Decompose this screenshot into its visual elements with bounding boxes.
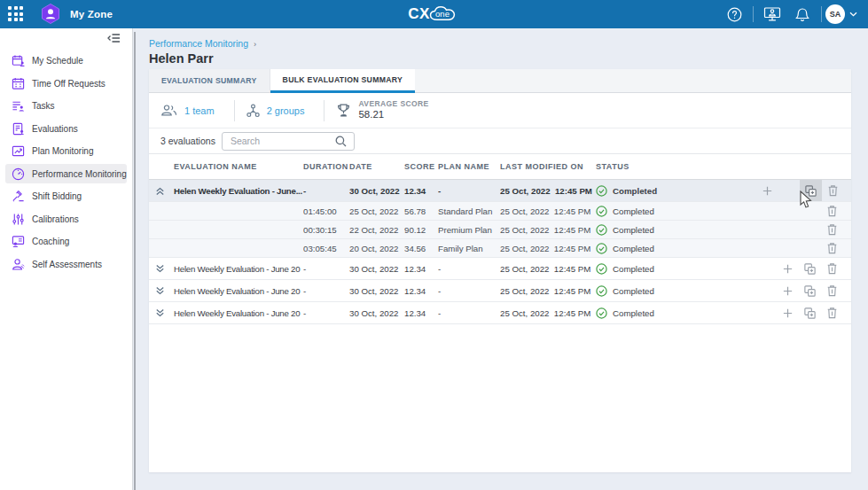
collapse-row-icon[interactable]	[149, 185, 174, 197]
score-cell: 90.12	[404, 225, 438, 235]
column-header-status[interactable]: STATUS	[596, 162, 757, 171]
tab-bulk-evaluation-summary[interactable]: BULK EVALUATION SUMMARY	[270, 69, 416, 93]
evaluation-name-cell: Helen Weekly Evaluation - June 20	[174, 286, 303, 296]
score-cell: 12.34	[404, 308, 438, 318]
last-modified-cell: 25 Oct, 2022 12:45 PM	[500, 225, 596, 235]
score-cell: 56.78	[404, 206, 438, 216]
sidebar-item-performance-monitoring[interactable]: Performance Monitoring	[5, 164, 127, 183]
evaluation-name-cell: Helen Weekly Evaluation - June...	[174, 186, 303, 196]
avatar[interactable]: SA	[825, 4, 845, 24]
plan-name-cell: Premium Plan	[438, 225, 500, 235]
evaluation-subrow[interactable]: 03:05:4520 Oct, 202234.56Family Plan25 O…	[149, 239, 851, 258]
logo-one-text: one	[435, 9, 450, 19]
add-icon[interactable]	[777, 302, 798, 323]
column-header-plan-name[interactable]: PLAN NAME	[438, 162, 500, 171]
sidebar-item-calibrations[interactable]: Calibrations	[5, 209, 127, 229]
evaluation-name-cell: Helen Weekly Evaluation - June 20	[174, 264, 303, 274]
user-menu[interactable]: SA	[825, 4, 861, 24]
topbar: My Zone CX one	[0, 0, 868, 28]
add-icon[interactable]	[777, 280, 798, 301]
table-header: EVALUATION NAMEDURATIONDATESCOREPLAN NAM…	[149, 153, 851, 180]
average-score-summary: AVERAGE SCORE 58.21	[324, 100, 448, 121]
groups-summary: 2 groups	[234, 100, 325, 121]
last-modified-cell: 25 Oct, 2022 12:45 PM	[500, 264, 596, 274]
expand-row-icon[interactable]	[149, 307, 174, 319]
search-icon[interactable]	[332, 136, 354, 147]
sidebar-item-shift-bidding[interactable]: Shift Bidding	[5, 187, 127, 206]
status-label: Completed	[613, 264, 654, 274]
last-modified-cell: 25 Oct, 2022 12:45 PM	[500, 206, 596, 216]
delete-icon[interactable]	[821, 258, 842, 279]
status-cell: Completed	[596, 263, 757, 275]
tab-evaluation-summary[interactable]: EVALUATION SUMMARY	[149, 69, 270, 92]
sidebar-item-tasks[interactable]: Tasks	[5, 97, 127, 116]
evaluations-icon	[11, 121, 25, 136]
copy-icon[interactable]	[799, 302, 820, 323]
status-cell: Completed	[596, 206, 757, 217]
evaluation-row[interactable]: Helen Weekly Evaluation - June 20-30 Oct…	[149, 258, 851, 280]
delete-icon[interactable]	[821, 221, 842, 238]
notifications-bell-icon[interactable]	[787, 7, 817, 22]
expand-row-icon[interactable]	[149, 263, 174, 275]
status-cell: Completed	[596, 285, 757, 297]
sidebar-item-label: Evaluations	[32, 124, 78, 134]
copy-icon[interactable]	[799, 280, 820, 301]
completed-check-icon	[596, 224, 607, 236]
collapse-sidebar-icon[interactable]	[107, 33, 121, 43]
completed-check-icon	[596, 263, 607, 275]
status-cell: Completed	[596, 307, 757, 319]
duration-cell: 00:30:15	[303, 225, 349, 235]
apps-grid-icon[interactable]	[8, 6, 24, 22]
help-icon[interactable]	[719, 7, 749, 22]
search-input[interactable]	[223, 136, 332, 146]
delete-icon[interactable]	[821, 239, 842, 257]
status-label: Completed	[613, 206, 654, 216]
completed-check-icon	[596, 206, 607, 217]
average-score-label: AVERAGE SCORE	[358, 100, 428, 109]
sidebar-item-plan-monitoring[interactable]: Plan Monitoring	[5, 142, 127, 161]
column-header-date[interactable]: DATE	[349, 162, 404, 171]
delete-icon[interactable]	[821, 202, 842, 220]
plan-name-cell: -	[438, 264, 500, 274]
sidebar-item-evaluations[interactable]: Evaluations	[5, 119, 127, 138]
evaluation-row[interactable]: Helen Weekly Evaluation - June 20-30 Oct…	[149, 280, 851, 302]
delete-icon[interactable]	[821, 280, 842, 301]
column-header-last-modified-on[interactable]: LAST MODIFIED ON	[500, 162, 596, 171]
team-link[interactable]: 1 team	[184, 105, 215, 116]
evaluation-subrow[interactable]: 00:30:1522 Oct, 202290.12Premium Plan25 …	[149, 221, 851, 239]
delete-icon[interactable]	[821, 302, 842, 323]
status-cell: Completed	[596, 243, 757, 254]
evaluation-row[interactable]: Helen Weekly Evaluation - June...-30 Oct…	[149, 180, 851, 202]
schedule-icon	[11, 54, 25, 68]
copy-icon[interactable]	[799, 258, 820, 279]
date-cell: 20 Oct, 2022	[349, 244, 404, 253]
column-header-duration[interactable]: DURATION	[303, 162, 349, 171]
add-icon[interactable]	[777, 258, 798, 279]
page-title: Helen Parr	[149, 51, 868, 66]
column-header-score[interactable]: SCORE	[404, 162, 438, 171]
duration-cell: -	[303, 264, 349, 274]
my-zone-logo-icon[interactable]	[39, 3, 62, 26]
copy-icon[interactable]	[800, 180, 822, 201]
add-icon[interactable]	[758, 180, 778, 201]
duration-cell: -	[303, 286, 349, 296]
groups-link[interactable]: 2 groups	[267, 105, 305, 116]
expand-row-icon[interactable]	[149, 285, 174, 297]
evaluation-row[interactable]: Helen Weekly Evaluation - June 20-30 Oct…	[149, 302, 851, 324]
duration-cell: -	[303, 308, 349, 318]
trophy-icon	[336, 103, 351, 118]
sidebar-item-time-off-requests[interactable]: Time Off Requests	[5, 74, 127, 93]
sidebar-item-label: Performance Monitoring	[32, 169, 127, 179]
sidebar-item-self-assessments[interactable]: Self Assessments	[5, 254, 127, 274]
breadcrumb-link[interactable]: Performance Monitoring	[149, 38, 248, 49]
app-title: My Zone	[70, 9, 113, 19]
breadcrumb: Performance Monitoring ›	[149, 38, 868, 49]
sidebar-item-label: Calibrations	[32, 214, 79, 224]
sidebar-item-coaching[interactable]: Coaching	[5, 232, 127, 252]
column-header-evaluation-name[interactable]: EVALUATION NAME	[174, 162, 303, 171]
sidebar-item-my-schedule[interactable]: My Schedule	[5, 51, 127, 71]
evaluation-subrow[interactable]: 01:45:0025 Oct, 202256.78Standard Plan25…	[149, 202, 851, 221]
plan-name-cell: Standard Plan	[438, 206, 500, 216]
delete-icon[interactable]	[823, 180, 842, 201]
screen-share-icon[interactable]	[757, 6, 787, 22]
